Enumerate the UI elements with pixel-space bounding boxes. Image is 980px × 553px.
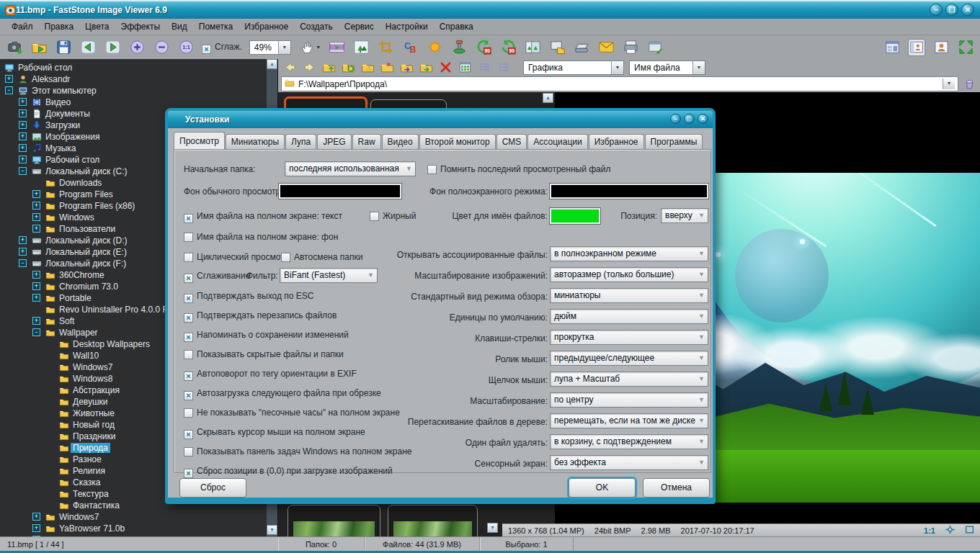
select-4[interactable]: прокрутка▼: [550, 330, 708, 345]
tree-expand-expand-icon[interactable]: +: [5, 75, 13, 83]
forward-icon[interactable]: [302, 60, 316, 75]
rotate-right-icon[interactable]: 90: [500, 39, 517, 56]
delete-icon[interactable]: [438, 60, 453, 75]
tree-expand-expand-icon[interactable]: +: [32, 190, 40, 198]
select-5[interactable]: предыдущее/следующее▼: [550, 351, 708, 366]
tab-Избранное[interactable]: Избранное: [589, 134, 644, 149]
view-thumbnails-icon[interactable]: [458, 60, 472, 75]
fullscreen-filename-text[interactable]: ×Имя файла на полном экране: текст: [184, 210, 342, 223]
menu-Пометка[interactable]: Пометка: [193, 20, 239, 33]
tree-item-label[interactable]: Природа: [71, 443, 110, 453]
dialog-close-button[interactable]: ✕: [698, 114, 708, 124]
tree-item-label[interactable]: Desktop Wallpapers: [71, 339, 152, 349]
path-input[interactable]: F:\Wallpaper\Природа\ ▾: [281, 76, 958, 91]
tree-item-label[interactable]: Изображения: [43, 132, 102, 142]
menu-Сервис[interactable]: Сервис: [339, 20, 380, 33]
print-icon[interactable]: [623, 39, 640, 56]
tab-Видео[interactable]: Видео: [382, 134, 419, 149]
back-icon[interactable]: [282, 60, 297, 75]
zoom-in-icon[interactable]: [128, 39, 146, 56]
layout-windows-icon[interactable]: [883, 39, 901, 56]
menu-Настройки[interactable]: Настройки: [380, 20, 434, 33]
option-check-6-checkbox[interactable]: [184, 408, 193, 418]
tree-item-label[interactable]: Разное: [71, 454, 104, 464]
dialog-maximize-button[interactable]: □: [684, 114, 695, 124]
layout-browser-icon[interactable]: [908, 39, 925, 56]
select-6[interactable]: лупа + Масштаб▼: [550, 372, 708, 387]
select-0[interactable]: в полноэкранном режиме▼: [550, 246, 708, 261]
tree-expand-expand-icon[interactable]: +: [32, 271, 40, 279]
open-file-icon[interactable]: [30, 39, 48, 56]
menu-Эффекты[interactable]: Эффекты: [115, 20, 166, 33]
crop-icon[interactable]: [378, 39, 395, 56]
tab-Ассоциации[interactable]: Ассоциации: [527, 134, 587, 149]
tab-Второй монитор[interactable]: Второй монитор: [419, 134, 496, 149]
smoothing-checkbox[interactable]: ×: [184, 274, 193, 283]
tree-item-label[interactable]: Загрузки: [43, 120, 82, 130]
tree-item[interactable]: -Этот компьютер: [0, 85, 267, 96]
select-7[interactable]: по центру▼: [550, 392, 708, 408]
tree-item-label[interactable]: Праздники: [71, 431, 117, 441]
refresh-folder-icon[interactable]: [341, 60, 355, 75]
scan-icon[interactable]: [574, 39, 591, 56]
tree-expand-expand-icon[interactable]: +: [32, 213, 40, 221]
tree-item-label[interactable]: Wall10: [71, 351, 101, 361]
tree-item-label[interactable]: Windows7: [57, 512, 101, 522]
tree-item-label[interactable]: Сказка: [71, 477, 102, 487]
clone-stamp-icon[interactable]: [451, 39, 468, 56]
tree-expand-expand-icon[interactable]: +: [19, 156, 27, 163]
tree-expand-expand-icon[interactable]: +: [19, 236, 27, 244]
select-2[interactable]: миниатюры▼: [550, 288, 708, 303]
scroll-up-icon[interactable]: ▲: [543, 93, 553, 103]
minimize-button[interactable]: –: [930, 4, 943, 16]
tree-expand-expand-icon[interactable]: +: [19, 132, 27, 140]
bold-checkbox[interactable]: [370, 212, 379, 221]
tree-item-label[interactable]: Portable: [57, 293, 94, 303]
reset-button[interactable]: Сброс: [179, 478, 246, 498]
tree-item-label[interactable]: Этот компьютер: [30, 86, 99, 96]
menu-Справка[interactable]: Справка: [434, 20, 479, 33]
view-list-icon[interactable]: [496, 60, 511, 75]
previous-image-icon[interactable]: [79, 39, 97, 56]
tree-expand-expand-icon[interactable]: +: [19, 109, 27, 117]
fit-frame-icon[interactable]: [965, 525, 974, 536]
screen-capture-icon[interactable]: [6, 39, 23, 56]
path-history-dropdown[interactable]: ▾: [943, 78, 955, 89]
hand-tool-icon[interactable]: ▾: [298, 39, 321, 56]
remember-last-file-checkbox[interactable]: [427, 165, 437, 174]
restore-button[interactable]: ❐: [945, 4, 958, 16]
fullscreen-filename-text-checkbox[interactable]: ×: [184, 214, 193, 223]
tree-item-label[interactable]: Девушки: [71, 397, 110, 407]
next-image-icon[interactable]: [104, 39, 121, 56]
tree-item-label[interactable]: Животные: [71, 408, 117, 418]
move-to-folder-icon[interactable]: [399, 60, 414, 75]
tab-Просмотр[interactable]: Просмотр: [174, 132, 225, 149]
bg-fullscreen-swatch[interactable]: [550, 184, 708, 199]
rotate-left-icon[interactable]: 90: [476, 39, 493, 56]
menu-Вид[interactable]: Вид: [166, 20, 193, 33]
option-check-1-checkbox[interactable]: ×: [184, 313, 193, 323]
tree-item-label[interactable]: Program Files: [57, 189, 115, 199]
tab-Raw[interactable]: Raw: [352, 134, 381, 149]
smoothing-toggle[interactable]: ×Сглаж.: [202, 40, 242, 54]
select-10[interactable]: без эффекта▼: [550, 455, 708, 470]
sort-select[interactable]: Имя файла▾: [629, 60, 705, 75]
tree-item-label[interactable]: Локальный диск (E:): [43, 247, 129, 257]
position-select[interactable]: вверху▼: [661, 208, 708, 223]
tree-item-label[interactable]: Документы: [43, 109, 92, 119]
option-check-3-checkbox[interactable]: [184, 350, 193, 359]
tree-item-label[interactable]: Религия: [71, 466, 107, 476]
dialog-minimize-button[interactable]: –: [670, 114, 681, 124]
slideshow-icon[interactable]: [329, 39, 346, 56]
tab-Программы[interactable]: Программы: [645, 134, 703, 149]
external-programs-icon[interactable]: [549, 39, 566, 56]
tree-item-label[interactable]: Видео: [43, 97, 73, 107]
smoothing-checkbox[interactable]: ×: [202, 45, 211, 54]
scroll-up-icon[interactable]: ▲: [267, 59, 277, 69]
rename-icon[interactable]: CB: [402, 39, 419, 56]
tab-JPEG[interactable]: JPEG: [317, 134, 351, 149]
tree-expand-expand-icon[interactable]: +: [32, 282, 40, 290]
tree-item-label[interactable]: Рабочий стол: [43, 155, 102, 165]
tree-item-label[interactable]: Soft: [57, 316, 76, 326]
thumbnail[interactable]: [388, 505, 478, 536]
